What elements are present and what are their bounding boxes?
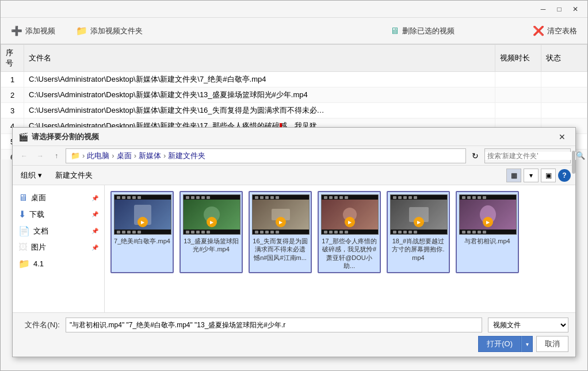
organize-button[interactable]: 组织 ▾ bbox=[17, 169, 45, 182]
forward-button[interactable]: → bbox=[33, 149, 47, 163]
dialog-body: 🖥 桌面 📌 ⬇ 下载 📌 📄 文档 📌 🖼 图片 📌 bbox=[13, 185, 575, 312]
clear-icon: ❌ bbox=[533, 25, 544, 36]
dialog-title-bar: 🎬 请选择要分割的视频 ✕ bbox=[13, 128, 575, 146]
col-header-name: 文件名 bbox=[24, 45, 495, 72]
play-overlay-icon: ▶ bbox=[207, 217, 217, 227]
search-input[interactable] bbox=[485, 152, 576, 160]
play-overlay-icon: ▶ bbox=[138, 217, 148, 227]
help-button[interactable]: ? bbox=[558, 169, 571, 182]
pictures-icon: 🖼 bbox=[18, 242, 28, 253]
thumbnail-label: 7_绝美#白敬亭.mp4 bbox=[114, 237, 170, 245]
row-filename: C:\Users\Administrator\Desktop\新媒体\新建文件夹… bbox=[24, 72, 495, 87]
file-thumb-item[interactable]: ▶ 18_#肖战想要越过方寸的屏幕拥抱你.mp4 bbox=[387, 191, 450, 273]
add-folder-button[interactable]: 📁 添加视频文件夹 bbox=[71, 23, 147, 39]
dialog-title-text: 请选择要分割的视频 bbox=[32, 132, 555, 142]
table-row[interactable]: 2 C:\Users\Administrator\Desktop\新媒体\新建文… bbox=[1, 87, 587, 103]
sidebar-item-pictures[interactable]: 🖼 图片 📌 bbox=[13, 239, 104, 255]
open-button[interactable]: 打开(O) bbox=[478, 336, 521, 352]
breadcrumb-computer[interactable]: 此电脑 bbox=[87, 151, 109, 161]
filename-label: 文件名(N): bbox=[20, 320, 60, 330]
breadcrumb-desktop[interactable]: 桌面 bbox=[117, 151, 132, 161]
search-box: 🔍 bbox=[484, 148, 571, 163]
file-thumb-item[interactable]: ▶ 与君初相识.mp4 bbox=[456, 191, 519, 273]
filetype-select[interactable]: 视频文件 bbox=[488, 318, 568, 332]
play-overlay-icon: ▶ bbox=[345, 217, 355, 227]
dialog-title-icon: 🎬 bbox=[18, 132, 28, 141]
file-thumb-item[interactable]: ▶ 17_那些令人疼惜的破碎感，我见犹怜#萧亚轩@DOU小助... bbox=[318, 191, 381, 273]
dialog-bottom: 文件名(N): 视频文件 打开(O) ▾ 取消 bbox=[13, 312, 575, 357]
dialog-address-bar: ← → ↑ 📁 › 此电脑 › 桌面 › 新媒体 › 新建文件夹 ↻ 🔍 bbox=[13, 146, 575, 166]
row-filename: C:\Users\Administrator\Desktop\新媒体\新建文件夹… bbox=[24, 103, 495, 118]
thumbnail-image: ▶ bbox=[183, 194, 240, 235]
row-filename: C:\Users\Administrator\Desktop\新媒体\新建文件夹… bbox=[24, 87, 495, 103]
close-button[interactable]: ✕ bbox=[568, 3, 583, 15]
search-icon[interactable]: 🔍 bbox=[576, 150, 585, 162]
filename-input[interactable] bbox=[66, 318, 482, 332]
row-status bbox=[541, 87, 587, 103]
row-status bbox=[541, 72, 587, 87]
sidebar-item-downloads[interactable]: ⬇ 下载 📌 bbox=[13, 206, 104, 223]
add-video-button[interactable]: ➕ 添加视频 bbox=[6, 23, 60, 39]
up-button[interactable]: ↑ bbox=[49, 149, 63, 163]
thumbnail-image: ▶ bbox=[252, 194, 310, 235]
pin-icon-documents: 📌 bbox=[91, 228, 98, 234]
table-row[interactable]: 1 C:\Users\Administrator\Desktop\新媒体\新建文… bbox=[1, 72, 587, 87]
thumbnail-image: ▶ bbox=[321, 194, 379, 235]
row-status bbox=[541, 103, 587, 118]
view-details-button[interactable]: ▣ bbox=[541, 169, 556, 182]
thumbnail-image: ▶ bbox=[114, 194, 171, 235]
dialog-toolbar: 组织 ▾ 新建文件夹 ▦ ▾ ▣ ? bbox=[13, 166, 575, 185]
thumbnail-label: 18_#肖战想要越过方寸的屏幕拥抱你.mp4 bbox=[390, 237, 446, 262]
row-num: 2 bbox=[1, 87, 24, 103]
file-thumb-item[interactable]: ▶ 7_绝美#白敬亭.mp4 bbox=[110, 191, 174, 273]
sidebar-item-desktop[interactable]: 🖥 桌面 📌 bbox=[13, 190, 104, 206]
thumbnail-label: 13_盛夏操场篮球阳光#少年.mp4 bbox=[183, 237, 239, 254]
open-arrow-button[interactable]: ▾ bbox=[521, 336, 533, 352]
new-folder-button[interactable]: 新建文件夹 bbox=[50, 168, 98, 183]
thumbnail-label: 与君初相识.mp4 bbox=[459, 237, 516, 245]
downloads-icon: ⬇ bbox=[18, 209, 26, 220]
bottom-buttons: 打开(O) ▾ 取消 bbox=[20, 336, 568, 352]
cancel-button[interactable]: 取消 bbox=[536, 336, 568, 352]
file-thumb-item[interactable]: ▶ 16_失而复得是为圆满求而不得未必遗憾n#国风#江南m... bbox=[249, 191, 312, 273]
row-num: 3 bbox=[1, 103, 24, 118]
sidebar-item-documents[interactable]: 📄 文档 📌 bbox=[13, 223, 104, 239]
row-duration bbox=[495, 72, 541, 87]
breadcrumb-bar: 📁 › 此电脑 › 桌面 › 新媒体 › 新建文件夹 bbox=[66, 148, 466, 163]
row-num: 1 bbox=[1, 72, 24, 87]
thumbnail-image: ▶ bbox=[390, 194, 448, 235]
add-video-icon: ➕ bbox=[11, 25, 22, 36]
file-dialog: 🎬 请选择要分割的视频 ✕ ← → ↑ 📁 › 此电脑 › 桌面 › 新媒体 ›… bbox=[12, 127, 576, 357]
play-overlay-icon: ▶ bbox=[414, 217, 424, 227]
refresh-button[interactable]: ↻ bbox=[468, 149, 482, 163]
maximize-button[interactable]: □ bbox=[552, 3, 567, 15]
dialog-files-area: ▶ 7_绝美#白敬亭.mp4 ▶ 13_盛夏操场篮球阳光#少年.mp4 ▶ 16… bbox=[105, 185, 575, 312]
folder41-icon: 📁 bbox=[18, 258, 30, 269]
thumbnail-image: ▶ bbox=[459, 194, 517, 235]
col-header-duration: 视频时长 bbox=[495, 45, 541, 72]
breadcrumb-newmedia[interactable]: 新媒体 bbox=[139, 151, 161, 161]
clear-table-button[interactable]: ❌ 清空表格 bbox=[528, 23, 582, 39]
thumbnail-label: 16_失而复得是为圆满求而不得未必遗憾n#国风#江南m... bbox=[252, 237, 308, 262]
delete-selected-button[interactable]: 🖥 删除已选的视频 bbox=[385, 24, 459, 39]
play-overlay-icon: ▶ bbox=[483, 217, 493, 227]
app-window: ─ □ ✕ ➕ 添加视频 📁 添加视频文件夹 🖥 删除已选的视频 ❌ 清空表格 … bbox=[0, 0, 588, 371]
table-row[interactable]: 3 C:\Users\Administrator\Desktop\新媒体\新建文… bbox=[1, 103, 587, 118]
dialog-close-button[interactable]: ✕ bbox=[555, 131, 570, 143]
breadcrumb-newfolder[interactable]: 新建文件夹 bbox=[168, 151, 205, 161]
view-dropdown-button[interactable]: ▾ bbox=[524, 169, 539, 182]
thumbnail-label: 17_那些令人疼惜的破碎感，我见犹怜#萧亚轩@DOU小助... bbox=[321, 237, 377, 270]
title-bar: ─ □ ✕ bbox=[1, 1, 587, 18]
sidebar-item-41[interactable]: 📁 4.1 bbox=[13, 255, 104, 272]
file-thumb-item[interactable]: ▶ 13_盛夏操场篮球阳光#少年.mp4 bbox=[180, 191, 243, 273]
play-overlay-icon: ▶ bbox=[276, 217, 286, 227]
view-icons-button[interactable]: ▦ bbox=[506, 169, 521, 182]
row-duration bbox=[495, 103, 541, 118]
desktop-icon: 🖥 bbox=[18, 193, 28, 203]
main-toolbar: ➕ 添加视频 📁 添加视频文件夹 🖥 删除已选的视频 ❌ 清空表格 bbox=[1, 18, 587, 44]
col-header-num: 序号 bbox=[1, 45, 24, 72]
row-duration bbox=[495, 87, 541, 103]
minimize-button[interactable]: ─ bbox=[536, 3, 551, 15]
breadcrumb-icon: 📁 bbox=[71, 151, 80, 160]
back-button[interactable]: ← bbox=[17, 149, 31, 163]
